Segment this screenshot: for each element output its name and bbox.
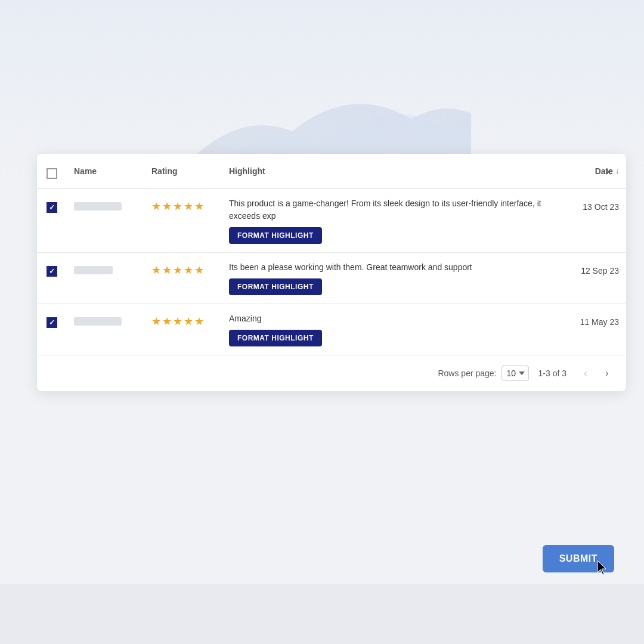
page-info: 1-3 of 3 — [538, 369, 566, 378]
review-table: Name Rating Highlight Date ↓ ★★★★★This p… — [37, 154, 626, 355]
date-0: 13 Oct 23 — [568, 197, 619, 212]
name-header: Name — [67, 154, 144, 189]
row-checkbox-1[interactable] — [47, 266, 57, 277]
page-navigation: ‹ › — [576, 364, 617, 383]
format-highlight-button-0[interactable]: FORMAT HIGHLIGHT — [229, 227, 322, 244]
next-page-button[interactable]: › — [597, 364, 617, 383]
background-area — [0, 0, 644, 179]
select-all-header — [37, 154, 67, 189]
highlight-header: Highlight — [222, 154, 561, 189]
name-placeholder-0 — [74, 202, 122, 210]
row-checkbox-2[interactable] — [47, 317, 57, 328]
rating-header: Rating — [144, 154, 222, 189]
star-rating-1: ★★★★★ — [151, 261, 215, 277]
highlight-text-2: Amazing — [229, 312, 553, 325]
name-placeholder-2 — [74, 317, 122, 326]
star-rating-2: ★★★★★ — [151, 312, 215, 328]
rows-per-page-select[interactable]: 10 5 25 50 — [501, 366, 529, 381]
row-checkbox-0[interactable] — [47, 202, 57, 213]
select-all-checkbox[interactable] — [47, 168, 57, 179]
review-modal: × Name Rating Highlight — [37, 154, 626, 391]
name-placeholder-1 — [74, 266, 113, 274]
table-header-row: Name Rating Highlight Date ↓ — [37, 154, 626, 189]
bottom-bar — [0, 584, 644, 644]
rows-per-page-label: Rows per page: — [438, 369, 496, 378]
rows-per-page-control: Rows per page: 10 5 25 50 — [438, 366, 528, 381]
submit-button[interactable]: SUBMIT — [543, 545, 614, 572]
table-row: ★★★★★Its been a please working with them… — [37, 253, 626, 304]
close-button[interactable]: × — [600, 163, 617, 180]
highlight-text-0: This product is a game-changer! From its… — [229, 197, 553, 222]
format-highlight-button-2[interactable]: FORMAT HIGHLIGHT — [229, 330, 322, 346]
star-rating-0: ★★★★★ — [151, 197, 215, 213]
table-row: ★★★★★AmazingFORMAT HIGHLIGHT11 May 23 — [37, 304, 626, 355]
date-1: 12 Sep 23 — [568, 261, 619, 275]
pagination: Rows per page: 10 5 25 50 1-3 of 3 ‹ › — [37, 355, 626, 391]
prev-page-button[interactable]: ‹ — [576, 364, 595, 383]
format-highlight-button-1[interactable]: FORMAT HIGHLIGHT — [229, 278, 322, 295]
highlight-text-1: Its been a please working with them. Gre… — [229, 261, 553, 274]
table-row: ★★★★★This product is a game-changer! Fro… — [37, 189, 626, 253]
date-2: 11 May 23 — [568, 312, 619, 327]
